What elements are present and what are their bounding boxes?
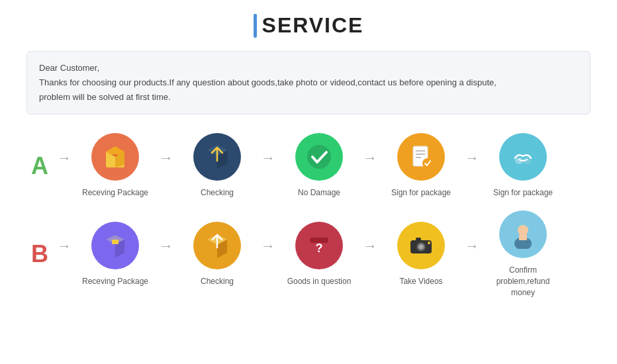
step-a2-icon xyxy=(193,133,241,181)
flow-row-b: B → Receving Package → xyxy=(26,210,591,298)
title-bar xyxy=(254,14,257,38)
notice-line2: Thanks for choosing our products.If any … xyxy=(39,75,578,90)
title-section: SERVICE xyxy=(26,13,591,38)
step-b2: Checking xyxy=(177,222,257,287)
notice-box: Dear Customer, Thanks for choosing our p… xyxy=(26,51,591,114)
step-a4-icon xyxy=(397,133,445,181)
step-b4: Take Videos xyxy=(381,222,461,287)
step-a2: Checking xyxy=(177,133,257,199)
svg-rect-37 xyxy=(519,235,527,240)
step-b2-icon xyxy=(193,222,241,269)
step-b4-label: Take Videos xyxy=(399,276,442,287)
step-a3: No Damage xyxy=(279,133,359,199)
svg-rect-20 xyxy=(112,240,119,244)
step-a5-icon xyxy=(499,133,547,181)
step-a1: Receving Package xyxy=(75,133,155,199)
arrow-icon: → xyxy=(461,150,483,167)
step-b2-label: Checking xyxy=(201,276,234,287)
arrow-icon: → xyxy=(257,150,279,167)
arrow-icon: → xyxy=(359,238,381,255)
arrow-icon: → xyxy=(53,238,75,255)
svg-point-33 xyxy=(428,242,430,244)
step-a2-label: Checking xyxy=(201,187,234,199)
flow-section: A → Receving Package → xyxy=(26,133,591,298)
step-a1-label: Receving Package xyxy=(82,187,148,199)
title-text: SERVICE xyxy=(262,13,364,38)
step-b3: ? Goods in question xyxy=(279,222,359,287)
step-b5-icon xyxy=(499,210,547,258)
svg-point-8 xyxy=(307,145,331,169)
step-a5: Sign for package xyxy=(483,133,563,199)
row-label-a: A xyxy=(26,152,53,180)
step-b3-icon: ? xyxy=(295,222,343,269)
arrow-icon: → xyxy=(359,150,381,167)
svg-point-35 xyxy=(518,225,528,236)
svg-text:?: ? xyxy=(316,242,323,255)
svg-rect-32 xyxy=(416,238,421,241)
step-b1-icon xyxy=(91,222,139,269)
step-b3-label: Goods in question xyxy=(287,276,352,287)
arrow-icon: → xyxy=(155,238,177,255)
svg-point-31 xyxy=(419,245,423,249)
step-b1-label: Receving Package xyxy=(82,276,148,287)
step-a3-label: No Damage xyxy=(298,187,340,199)
step-a4-label: Sign for package xyxy=(391,187,451,199)
row-label-b: B xyxy=(26,240,53,268)
step-a3-icon xyxy=(295,133,343,181)
step-a1-icon xyxy=(91,133,139,181)
step-a4: Sign for package xyxy=(381,133,461,199)
flow-row-a: A → Receving Package → xyxy=(26,133,591,199)
step-b4-icon xyxy=(397,222,445,269)
notice-line1: Dear Customer, xyxy=(39,61,578,75)
step-a5-label: Sign for package xyxy=(493,187,553,199)
step-b5: Confirm problem,refund money xyxy=(483,210,563,298)
notice-line3: problem will be solved at first time. xyxy=(39,90,578,105)
arrow-icon: → xyxy=(257,238,279,255)
step-b5-label: Confirm problem,refund money xyxy=(483,265,563,298)
arrow-icon: → xyxy=(155,150,177,167)
arrow-icon: → xyxy=(53,150,75,167)
arrow-icon: → xyxy=(461,238,483,255)
step-b1: Receving Package xyxy=(75,222,155,287)
